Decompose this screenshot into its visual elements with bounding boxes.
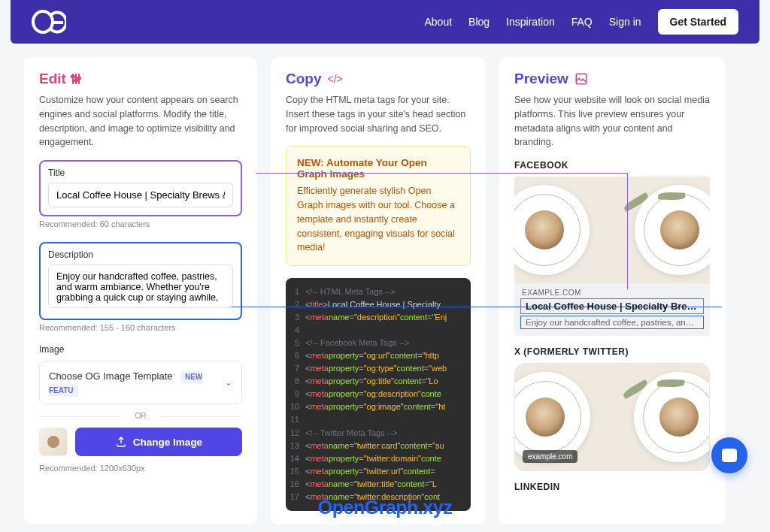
edit-panel: Edit Customize how your content appears … — [24, 57, 257, 524]
og-template-select[interactable]: Choose OG Image Template NEW FEATU ⌄ — [39, 361, 242, 404]
description-field-group: Description — [39, 242, 242, 320]
title-hint: Recommended: 60 characters — [39, 219, 242, 228]
navbar: About Blog Inspiration FAQ Sign in Get S… — [11, 0, 759, 44]
code-icon: </> — [328, 73, 343, 85]
facebook-desc: Enjoy our handcrafted coffee, pastries, … — [526, 318, 699, 327]
preview-description: See how your website will look on social… — [514, 93, 710, 150]
chevron-down-icon: ⌄ — [225, 377, 232, 388]
sliders-icon — [72, 74, 80, 84]
chat-icon — [722, 449, 737, 462]
nav-about[interactable]: About — [424, 16, 452, 28]
copy-description: Copy the HTML meta tags for your site. I… — [286, 93, 471, 135]
logo[interactable] — [32, 8, 66, 35]
change-image-label: Change Image — [133, 437, 202, 448]
svg-rect-1 — [53, 21, 63, 24]
description-input[interactable] — [48, 264, 233, 308]
promo-banner[interactable]: NEW: Automate Your Open Graph Images Eff… — [286, 146, 471, 266]
og-template-text: Choose OG Image Template — [49, 370, 173, 382]
description-label: Description — [48, 249, 233, 260]
edit-heading: Edit — [39, 71, 242, 87]
copy-heading-text: Copy — [286, 71, 322, 87]
nav-faq[interactable]: FAQ — [571, 16, 593, 28]
title-field-group: Title — [39, 160, 242, 216]
nav-links: About Blog Inspiration FAQ Sign in Get S… — [424, 9, 738, 35]
logo-icon — [32, 8, 66, 35]
or-separator: OR — [39, 412, 242, 420]
footer-brand: OpenGraph.xyz — [318, 497, 452, 518]
get-started-button[interactable]: Get Started — [658, 9, 738, 35]
image-thumbnail[interactable] — [39, 428, 68, 456]
chat-button[interactable] — [711, 437, 747, 473]
title-label: Title — [48, 168, 233, 178]
code-block[interactable]: 1<!-- HTML Meta Tags --> 2<title>Local C… — [286, 278, 471, 511]
image-icon — [574, 72, 588, 86]
image-hint: Recommended: 1200x630px — [39, 464, 242, 473]
edit-description: Customize how your content appears on se… — [39, 93, 242, 150]
facebook-domain: EXAMPLE.COM — [522, 289, 702, 297]
promo-title: NEW: Automate Your Open Graph Images — [297, 157, 459, 180]
linkedin-label: LINKEDIN — [514, 482, 710, 492]
change-image-button[interactable]: Change Image — [75, 428, 242, 456]
facebook-title: Local Coffee House | Specialty Brews … — [526, 301, 699, 312]
preview-heading: Preview — [514, 71, 710, 87]
twitter-label: X (FORMERLY TWITTER) — [514, 346, 710, 357]
preview-panel: Preview See how your website will look o… — [499, 57, 725, 524]
preview-heading-text: Preview — [514, 71, 568, 87]
copy-panel: Copy </> Copy the HTML meta tags for you… — [271, 57, 486, 524]
twitter-preview-card: example.com — [514, 363, 710, 471]
description-hint: Recommended: 155 - 160 characters — [39, 323, 242, 332]
twitter-domain: example.com — [523, 450, 578, 463]
edit-heading-text: Edit — [39, 71, 66, 87]
facebook-preview-image — [514, 177, 710, 283]
facebook-preview-card: EXAMPLE.COM Local Coffee House | Special… — [514, 177, 710, 336]
promo-desc: Efficiently generate stylish Open Graph … — [297, 184, 459, 255]
facebook-label: FACEBOOK — [514, 160, 710, 171]
upload-icon — [115, 436, 127, 448]
nav-blog[interactable]: Blog — [468, 16, 490, 28]
copy-heading: Copy </> — [286, 71, 471, 87]
image-label: Image — [39, 344, 242, 355]
nav-inspiration[interactable]: Inspiration — [506, 16, 555, 28]
title-input[interactable] — [48, 183, 233, 207]
nav-signin[interactable]: Sign in — [609, 16, 641, 28]
footer: OpenGraph.xyz — [0, 497, 770, 518]
